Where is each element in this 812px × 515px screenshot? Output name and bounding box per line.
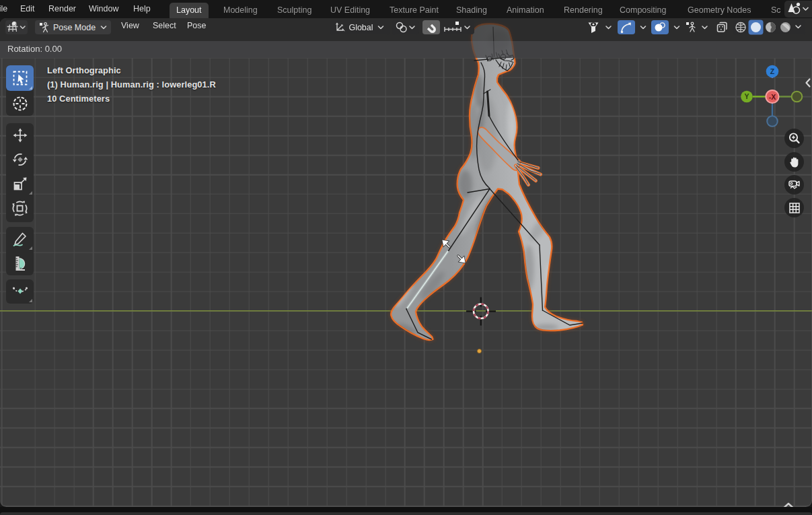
svg-text:Z: Z <box>770 67 775 75</box>
svg-text:Y: Y <box>744 92 749 100</box>
svg-text:-X: -X <box>769 93 776 101</box>
